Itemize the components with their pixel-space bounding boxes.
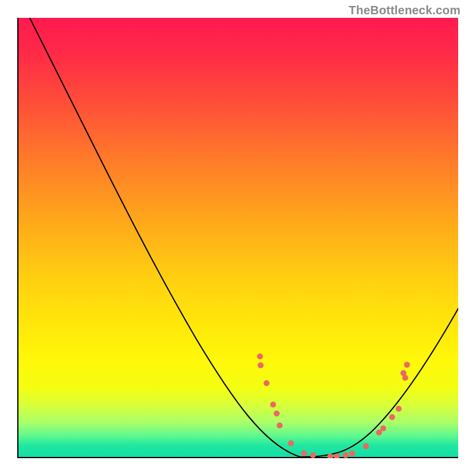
data-point bbox=[363, 443, 369, 449]
data-point bbox=[396, 406, 402, 412]
data-point bbox=[288, 440, 294, 446]
data-point bbox=[274, 411, 280, 416]
data-point bbox=[310, 452, 316, 458]
watermark-text: TheBottleneck.com bbox=[349, 4, 461, 17]
data-point bbox=[402, 375, 408, 381]
data-point bbox=[404, 362, 410, 368]
chart-container: TheBottleneck.com bbox=[0, 0, 476, 476]
data-point bbox=[389, 414, 395, 420]
data-point bbox=[301, 450, 307, 456]
data-point bbox=[257, 353, 263, 359]
data-point bbox=[258, 362, 264, 368]
bottleneck-curve bbox=[21, 18, 458, 457]
data-point bbox=[277, 422, 283, 428]
data-point bbox=[380, 425, 386, 431]
chart-svg bbox=[18, 18, 458, 458]
data-point bbox=[270, 402, 276, 408]
data-point bbox=[349, 450, 355, 456]
data-points-group bbox=[257, 353, 410, 458]
data-point bbox=[264, 380, 270, 386]
data-point bbox=[343, 452, 349, 458]
